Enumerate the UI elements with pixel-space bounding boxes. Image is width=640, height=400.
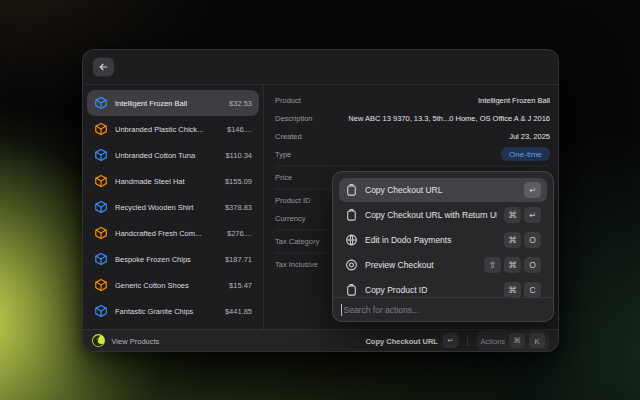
- action-menu-item[interactable]: Copy Checkout URL with Return URL ⌘↵: [339, 203, 547, 227]
- cube-icon: [94, 278, 108, 292]
- product-name: Bespoke Frozen Chips: [115, 255, 218, 264]
- preview-icon: [345, 259, 358, 272]
- detail-value: New ABC 13 9370, 13.3, 5th...0 Home, OS …: [348, 114, 550, 123]
- dodo-logo-icon: [92, 334, 105, 347]
- product-list-item[interactable]: Intelligent Frozen Ball $32.53: [87, 90, 259, 116]
- detail-row: Product Intelligent Frozen Ball: [275, 91, 550, 109]
- detail-label: Product: [275, 96, 301, 105]
- product-price: $155.09: [225, 177, 252, 186]
- clipboard-icon: [345, 284, 358, 297]
- footer-source: View Products: [92, 334, 159, 347]
- product-name: Generic Cotton Shoes: [115, 281, 222, 290]
- actions-menu: Copy Checkout URL ↵ Copy Checkout URL wi…: [332, 171, 554, 322]
- detail-row: Type One-time: [275, 145, 550, 163]
- product-price: $276....: [227, 229, 252, 238]
- product-list-item[interactable]: Recycled Wooden Shirt $378.83: [87, 194, 259, 220]
- detail-label: Type: [275, 150, 291, 159]
- product-price: $146....: [227, 125, 252, 134]
- action-label: Copy Product ID: [365, 285, 497, 295]
- shortcut-keys: ↵: [524, 182, 541, 198]
- key-badge: ↵: [442, 333, 458, 348]
- detail-label: Currency: [275, 214, 305, 223]
- detail-label: Description: [275, 114, 313, 123]
- action-label: Copy Checkout URL with Return URL: [365, 210, 497, 220]
- detail-label: Product ID: [275, 196, 310, 205]
- product-name: Unbranded Plastic Chick...: [115, 125, 220, 134]
- product-name: Handmade Steel Hat: [115, 177, 218, 186]
- product-list-item[interactable]: Fantastic Granite Chips $441.85: [87, 298, 259, 324]
- cube-icon: [94, 96, 108, 110]
- product-list-item[interactable]: Unbranded Cotton Tuna $110.34: [87, 142, 259, 168]
- key-badge: O: [524, 257, 541, 273]
- footer-divider: [467, 335, 468, 347]
- key-badge: ⌘: [504, 207, 521, 223]
- detail-label: Tax Inclusive: [275, 260, 318, 269]
- primary-action-button[interactable]: Copy Checkout URL: [365, 336, 438, 345]
- key-badge: ↵: [524, 182, 541, 198]
- text-caret: [341, 304, 342, 316]
- window-footer: View Products Copy Checkout URL ↵ Action…: [83, 329, 558, 351]
- action-menu-item[interactable]: Copy Product ID ⌘C: [339, 278, 547, 297]
- shortcut-keys: ⌘O: [504, 232, 541, 248]
- clipboard-icon: [345, 184, 358, 197]
- action-label: Copy Checkout URL: [365, 185, 517, 195]
- action-menu-item[interactable]: Edit in Dodo Payments ⌘O: [339, 228, 547, 252]
- command-palette-window: Intelligent Frozen Ball $32.53 Unbranded…: [82, 49, 559, 352]
- cube-icon: [94, 200, 108, 214]
- cube-icon: [94, 304, 108, 318]
- cube-icon: [94, 252, 108, 266]
- shortcut-keys: ⌘C: [504, 282, 541, 297]
- product-list-item[interactable]: Unbranded Plastic Chick... $146....: [87, 116, 259, 142]
- product-name: Handcrafted Fresh Com...: [115, 229, 220, 238]
- action-menu-item[interactable]: Preview Checkout ⇧⌘O: [339, 253, 547, 277]
- product-price: $15.47: [229, 281, 252, 290]
- product-list-item[interactable]: Handmade Steel Hat $155.09: [87, 168, 259, 194]
- shortcut-keys: ⌘↵: [504, 207, 541, 223]
- detail-row: Created Jul 23, 2025: [275, 127, 550, 145]
- action-menu-item[interactable]: Copy Checkout URL ↵: [339, 178, 547, 202]
- actions-search-bar: [333, 297, 553, 322]
- actions-button[interactable]: Actions ⌘ K: [476, 331, 549, 351]
- key-badge: ↵: [524, 207, 541, 223]
- product-price: $110.34: [225, 151, 252, 160]
- product-list-item[interactable]: Generic Cotton Shoes $15.47: [87, 272, 259, 298]
- product-list: Intelligent Frozen Ball $32.53 Unbranded…: [83, 85, 264, 330]
- detail-value: Jul 23, 2025: [509, 132, 550, 141]
- cube-icon: [94, 148, 108, 162]
- product-price: $378.83: [225, 203, 252, 212]
- cube-icon: [94, 226, 108, 240]
- product-name: Unbranded Cotton Tuna: [115, 151, 218, 160]
- detail-value: One-time: [501, 147, 550, 161]
- screen: Intelligent Frozen Ball $32.53 Unbranded…: [0, 0, 640, 400]
- cube-icon: [94, 122, 108, 136]
- key-badge: ⌘: [509, 333, 525, 348]
- key-badge: ⇧: [484, 257, 501, 273]
- cube-icon: [94, 174, 108, 188]
- detail-label: Price: [275, 173, 292, 182]
- arrow-left-icon: [98, 62, 109, 73]
- key-badge: ⌘: [504, 232, 521, 248]
- key-badge: C: [524, 282, 541, 297]
- product-price: $187.71: [225, 255, 252, 264]
- product-name: Intelligent Frozen Ball: [115, 99, 222, 108]
- back-button[interactable]: [93, 58, 114, 77]
- key-badge: O: [524, 232, 541, 248]
- detail-label: Tax Category: [275, 237, 319, 246]
- detail-row: Description New ABC 13 9370, 13.3, 5th..…: [275, 109, 550, 127]
- product-name: Fantastic Granite Chips: [115, 307, 218, 316]
- actions-button-label: Actions: [480, 336, 505, 345]
- product-price: $441.85: [225, 307, 252, 316]
- desktop-background: Intelligent Frozen Ball $32.53 Unbranded…: [0, 0, 640, 400]
- footer-source-label: View Products: [112, 336, 160, 345]
- actions-search-input[interactable]: [344, 305, 546, 315]
- window-header: [83, 50, 558, 84]
- action-label: Edit in Dodo Payments: [365, 235, 497, 245]
- action-label: Preview Checkout: [365, 260, 477, 270]
- product-name: Recycled Wooden Shirt: [115, 203, 218, 212]
- product-list-item[interactable]: Handcrafted Fresh Com... $276....: [87, 220, 259, 246]
- shortcut-keys: ⇧⌘O: [484, 257, 541, 273]
- product-price: $32.53: [229, 99, 252, 108]
- detail-value: Intelligent Frozen Ball: [478, 96, 550, 105]
- key-badge: ⌘: [504, 257, 521, 273]
- product-list-item[interactable]: Bespoke Frozen Chips $187.71: [87, 246, 259, 272]
